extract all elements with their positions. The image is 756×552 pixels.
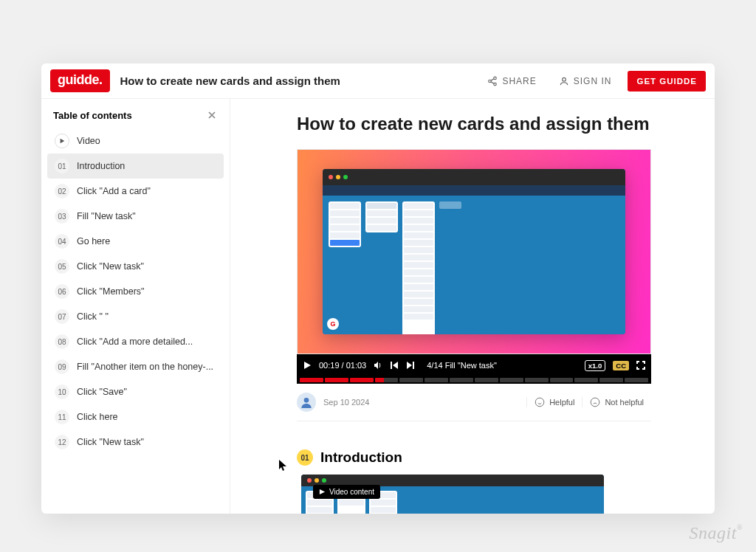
step-label: Go here bbox=[77, 236, 110, 246]
progress-segment[interactable] bbox=[500, 378, 523, 382]
progress-segment[interactable] bbox=[599, 378, 623, 382]
progress-segment[interactable] bbox=[625, 378, 648, 382]
step-label: Click "Save" bbox=[77, 387, 127, 397]
page-title: How to create new cards and assign them bbox=[297, 114, 690, 134]
toc-step[interactable]: 10Click "Save" bbox=[47, 379, 224, 404]
volume-button[interactable] bbox=[374, 361, 382, 370]
helpful-button[interactable]: Helpful bbox=[526, 397, 582, 407]
step-number-badge: 10 bbox=[55, 384, 69, 399]
step-number-badge: 02 bbox=[55, 184, 69, 199]
step-label: Fill "Another item on the honey-... bbox=[77, 362, 213, 372]
progress-segment[interactable] bbox=[399, 378, 423, 382]
step-label: Click here bbox=[77, 412, 118, 422]
fullscreen-button[interactable] bbox=[636, 361, 645, 370]
progress-bar[interactable] bbox=[297, 376, 651, 384]
svg-point-3 bbox=[562, 77, 566, 81]
step-number-badge: 05 bbox=[55, 259, 69, 274]
header-title: How to create new cards and assign them bbox=[120, 75, 340, 87]
svg-point-0 bbox=[494, 77, 497, 80]
smile-icon bbox=[535, 397, 545, 407]
step-number-badge: 07 bbox=[55, 309, 69, 324]
screenshot-mock: G bbox=[323, 169, 625, 334]
section-heading: 01 Introduction bbox=[297, 449, 690, 466]
step-number-badge: 04 bbox=[55, 234, 69, 249]
publish-date: Sep 10 2024 bbox=[323, 398, 369, 407]
svg-point-6 bbox=[591, 398, 600, 407]
step-label: Fill "New task" bbox=[77, 211, 136, 221]
progress-segment[interactable] bbox=[525, 378, 549, 382]
time-display: 00:19 / 01:03 bbox=[319, 361, 366, 370]
progress-segment[interactable] bbox=[450, 378, 473, 382]
step-number-badge: 08 bbox=[55, 334, 69, 349]
toc-step[interactable]: 11Click here bbox=[47, 404, 224, 429]
video-content-pill: Video content bbox=[313, 485, 380, 499]
table-of-contents: Table of contents Video 01Introduction02… bbox=[41, 99, 230, 514]
chapter-label: 4/14 Fill "New task" bbox=[427, 361, 497, 370]
toc-step[interactable]: 05Click "New task" bbox=[47, 254, 224, 279]
brand-logo[interactable]: guidde. bbox=[50, 69, 110, 92]
frown-icon bbox=[590, 397, 600, 407]
step-number-badge: 12 bbox=[55, 435, 69, 449]
playback-rate-button[interactable]: x1.0 bbox=[585, 360, 606, 371]
step-number-badge: 01 bbox=[55, 159, 69, 173]
toc-video-label: Video bbox=[77, 136, 100, 146]
snagit-watermark: Snagit® bbox=[690, 523, 743, 543]
progress-segment[interactable] bbox=[300, 378, 323, 382]
progress-segment[interactable] bbox=[350, 378, 374, 382]
share-button[interactable]: SHARE bbox=[481, 72, 542, 91]
step-label: Introduction bbox=[77, 161, 125, 171]
helpful-label: Helpful bbox=[549, 398, 574, 407]
signin-button[interactable]: SIGN IN bbox=[553, 72, 618, 91]
section-title: Introduction bbox=[320, 449, 402, 466]
progress-segment[interactable] bbox=[375, 378, 399, 382]
toc-video-link[interactable]: Video bbox=[47, 128, 224, 153]
not-helpful-button[interactable]: Not helpful bbox=[582, 397, 651, 407]
captions-button[interactable]: CC bbox=[613, 361, 629, 370]
svg-point-2 bbox=[494, 83, 497, 86]
not-helpful-label: Not helpful bbox=[605, 398, 644, 407]
step-number-badge: 03 bbox=[55, 209, 69, 224]
next-chapter-button[interactable] bbox=[406, 361, 415, 370]
step-number-badge: 11 bbox=[55, 410, 69, 424]
step-label: Click "New task" bbox=[77, 437, 144, 447]
step-label: Click "New task" bbox=[77, 261, 144, 272]
toc-step[interactable]: 01Introduction bbox=[47, 153, 224, 179]
step-label: Click "Members" bbox=[77, 286, 145, 297]
step-label: Click "Add a more detailed... bbox=[77, 337, 193, 347]
svg-point-5 bbox=[535, 398, 544, 407]
toc-step[interactable]: 08Click "Add a more detailed... bbox=[47, 329, 224, 354]
toc-step[interactable]: 02Click "Add a card" bbox=[47, 179, 224, 204]
user-icon bbox=[559, 76, 569, 86]
progress-segment[interactable] bbox=[550, 378, 574, 382]
step-label: Click "Add a card" bbox=[77, 186, 151, 196]
header-bar: guidde. How to create new cards and assi… bbox=[41, 63, 715, 99]
step-label: Click " " bbox=[77, 311, 109, 322]
prev-chapter-button[interactable] bbox=[390, 361, 399, 370]
get-guidde-button[interactable]: GET GUIDDE bbox=[628, 71, 706, 92]
svg-point-4 bbox=[304, 398, 309, 403]
progress-segment[interactable] bbox=[325, 378, 348, 382]
toc-step[interactable]: 12Click "New task" bbox=[47, 429, 224, 455]
video-player: G 00:19 / 01:03 4/14 Fill "New task" x1.… bbox=[297, 149, 651, 384]
toc-step[interactable]: 06Click "Members" bbox=[47, 279, 224, 304]
toc-step[interactable]: 07Click " " bbox=[47, 304, 224, 329]
toc-step[interactable]: 03Fill "New task" bbox=[47, 204, 224, 229]
svg-point-1 bbox=[489, 80, 492, 83]
play-button[interactable] bbox=[303, 361, 312, 370]
progress-segment[interactable] bbox=[574, 378, 598, 382]
close-icon[interactable] bbox=[206, 109, 218, 121]
share-icon bbox=[487, 76, 498, 86]
toc-title: Table of contents bbox=[53, 110, 132, 121]
share-label: SHARE bbox=[502, 76, 536, 86]
meta-row: Sep 10 2024 Helpful Not helpful bbox=[297, 384, 651, 421]
section-number-badge: 01 bbox=[297, 449, 313, 466]
author-avatar[interactable] bbox=[297, 393, 316, 412]
progress-segment[interactable] bbox=[425, 378, 448, 382]
toc-step[interactable]: 04Go here bbox=[47, 229, 224, 254]
step-number-badge: 09 bbox=[55, 359, 69, 374]
section-preview[interactable]: Video content bbox=[301, 475, 604, 514]
guidde-badge-icon: G bbox=[327, 318, 339, 330]
progress-segment[interactable] bbox=[475, 378, 498, 382]
video-canvas[interactable]: G bbox=[297, 149, 651, 354]
toc-step[interactable]: 09Fill "Another item on the honey-... bbox=[47, 354, 224, 379]
